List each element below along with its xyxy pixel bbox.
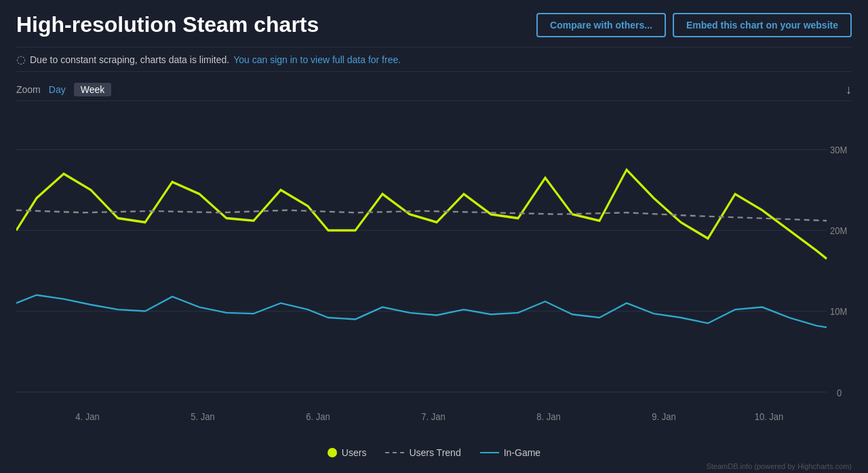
legend-ingame: In-Game	[480, 447, 540, 458]
chart-area: 30M 20M 10M 0 4. Jan 5. Jan 6. Jan 7	[16, 101, 852, 440]
svg-text:9. Jan: 9. Jan	[652, 411, 675, 422]
zoom-label: Zoom	[16, 84, 41, 95]
page-title: High-resolution Steam charts	[16, 12, 319, 37]
svg-text:7. Jan: 7. Jan	[421, 411, 445, 422]
notice-link[interactable]: You can sign in to view full data for fr…	[233, 54, 401, 65]
trend-label: Users Trend	[409, 447, 460, 458]
download-icon[interactable]: ↓	[846, 83, 852, 97]
main-chart-svg: 30M 20M 10M 0 4. Jan 5. Jan 6. Jan 7	[16, 101, 852, 440]
svg-text:8. Jan: 8. Jan	[536, 411, 560, 422]
chart-legend: Users Users Trend In-Game	[16, 440, 852, 462]
notice-bar: ◌ Due to constant scraping, charts data …	[16, 47, 852, 72]
svg-text:0: 0	[837, 386, 842, 398]
svg-text:4. Jan: 4. Jan	[75, 411, 99, 422]
users-line	[16, 170, 827, 259]
header-buttons: Compare with others... Embed this chart …	[536, 13, 852, 37]
zoom-bar: Zoom Day Week ↓	[16, 79, 852, 101]
svg-text:10M: 10M	[830, 305, 847, 317]
legend-users: Users	[328, 447, 367, 458]
users-label: Users	[342, 447, 367, 458]
notice-icon: ◌	[16, 53, 26, 66]
notice-text: Due to constant scraping, charts data is…	[30, 54, 229, 65]
users-trend-line	[16, 210, 827, 221]
svg-text:5. Jan: 5. Jan	[191, 411, 214, 422]
attribution: SteamDB.info (powered by Highcharts.com)	[16, 462, 852, 473]
zoom-day-button[interactable]: Day	[49, 84, 66, 95]
page-header: High-resolution Steam charts Compare wit…	[16, 12, 852, 37]
ingame-line-icon	[480, 452, 499, 453]
embed-button[interactable]: Embed this chart on your website	[673, 13, 852, 37]
zoom-week-button[interactable]: Week	[74, 83, 112, 96]
svg-text:10. Jan: 10. Jan	[755, 411, 784, 422]
svg-text:30M: 30M	[830, 144, 847, 155]
svg-text:6. Jan: 6. Jan	[306, 411, 330, 422]
ingame-label: In-Game	[504, 447, 540, 458]
users-dot-icon	[328, 448, 337, 457]
svg-text:20M: 20M	[830, 225, 847, 236]
trend-dash-icon	[385, 452, 404, 453]
compare-button[interactable]: Compare with others...	[536, 13, 666, 37]
legend-trend: Users Trend	[385, 447, 460, 458]
